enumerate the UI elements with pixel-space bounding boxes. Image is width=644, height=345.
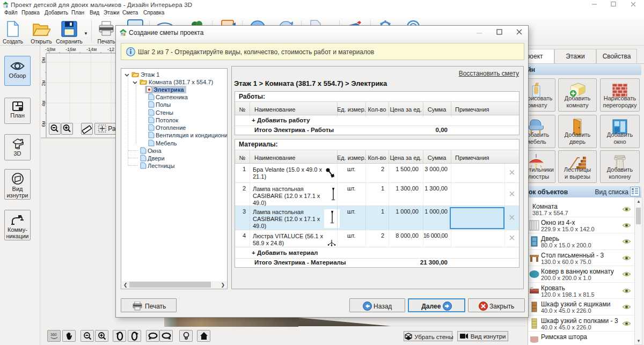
- svg-text:360: 360: [50, 333, 57, 336]
